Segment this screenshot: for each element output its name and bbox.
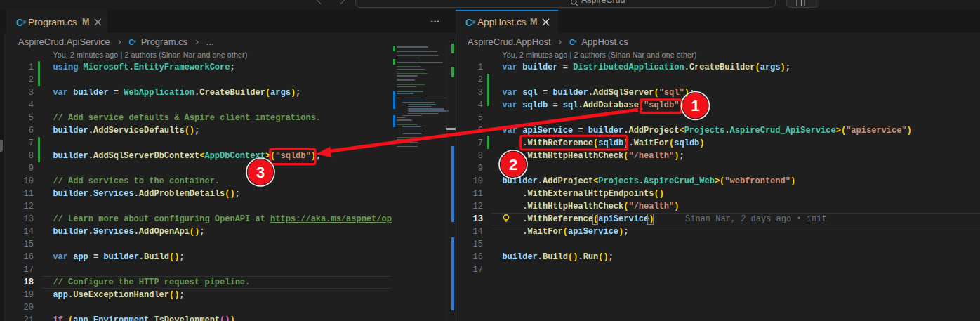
svg-text:2: 2	[509, 156, 517, 173]
svg-text:3: 3	[256, 164, 265, 181]
svg-text:1: 1	[691, 97, 699, 114]
